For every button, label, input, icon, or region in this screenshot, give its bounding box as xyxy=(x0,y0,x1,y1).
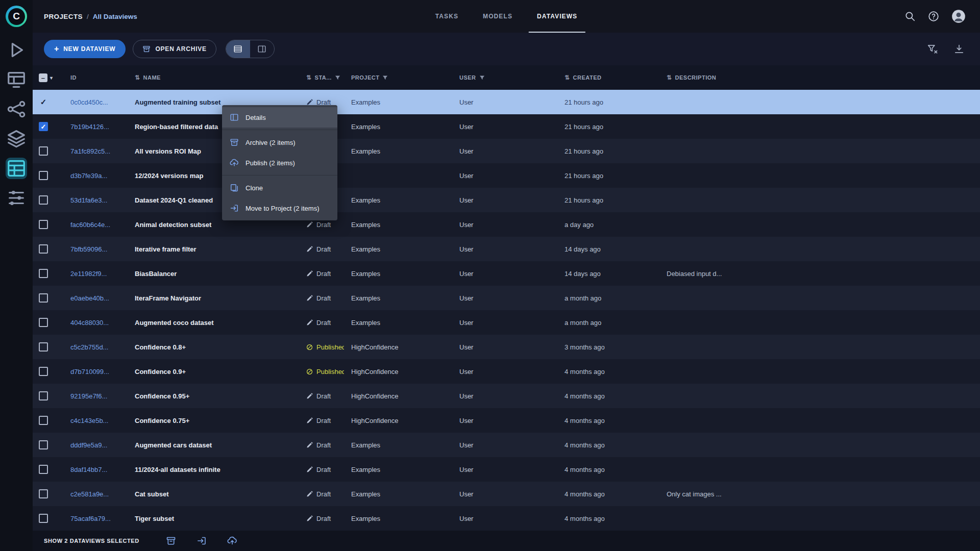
menu-item-move-to-project-2-items[interactable]: Move to Project (2 items) xyxy=(222,198,337,218)
row-checkbox[interactable] xyxy=(39,171,48,180)
row-checkbox[interactable] xyxy=(39,269,48,278)
sidebar-item-dataviews[interactable] xyxy=(6,158,27,179)
column-header-created[interactable]: ⇅CREATED xyxy=(557,74,659,81)
dataview-id-link[interactable]: 8daf14bb7... xyxy=(63,466,128,473)
table-row[interactable]: 8daf14bb7...11/2024-all datasets infinit… xyxy=(33,457,980,482)
column-header-description[interactable]: ⇅DESCRIPTION xyxy=(659,74,980,81)
dataview-id-link[interactable]: dddf9e5a9... xyxy=(63,441,128,449)
open-archive-button[interactable]: OPEN ARCHIVE xyxy=(133,40,216,58)
table-row[interactable]: ✓0c0cd450c...Augmented training subsetDr… xyxy=(33,90,980,114)
table-row[interactable]: c2e581a9e...Cat subsetDraftExamplesUser4… xyxy=(33,482,980,506)
tab-tasks[interactable]: TASKS xyxy=(423,0,471,33)
table-row[interactable]: 2e11982f9...BiasBalancerDraftExamplesUse… xyxy=(33,261,980,286)
sidebar-item-datasets[interactable] xyxy=(6,128,27,149)
column-header-id[interactable]: ID xyxy=(63,74,128,81)
row-checkbox[interactable] xyxy=(39,293,48,303)
chevron-down-icon[interactable]: ▾ xyxy=(50,75,53,81)
archive-selected-button[interactable] xyxy=(166,536,176,546)
table-row[interactable]: 404c88030...Augmented coco datasetDraftE… xyxy=(33,310,980,335)
row-checkbox[interactable] xyxy=(39,489,48,498)
row-checkbox[interactable] xyxy=(39,465,48,474)
row-checkbox[interactable]: ✓ xyxy=(39,97,48,107)
table-view-button[interactable] xyxy=(226,40,250,58)
menu-item-publish-2-items[interactable]: Publish (2 items) xyxy=(222,153,337,173)
dataview-id-link[interactable]: c2e581a9e... xyxy=(63,490,128,498)
clear-filters-button[interactable] xyxy=(927,43,938,55)
download-button[interactable] xyxy=(953,43,965,55)
selection-summary[interactable]: SHOW 2 DATAVIEWS SELECTED xyxy=(44,538,139,544)
dataview-id-link[interactable]: 7a1fc892c5... xyxy=(63,147,128,155)
tab-models[interactable]: MODELS xyxy=(471,0,525,33)
filter-icon[interactable] xyxy=(479,75,485,81)
row-checkbox[interactable] xyxy=(39,367,48,376)
dataview-id-link[interactable]: 0c0cd450c... xyxy=(63,98,128,106)
breadcrumb-projects[interactable]: PROJECTS xyxy=(44,13,83,20)
table-row[interactable]: 92195e7f6...Confidence 0.95+DraftHighCon… xyxy=(33,384,980,408)
dataview-id-link[interactable]: 75acaf6a79... xyxy=(63,515,128,522)
column-header-status[interactable]: ⇅STA... xyxy=(299,74,344,81)
dataview-id-link[interactable]: c5c2b755d... xyxy=(63,343,128,351)
sort-icon[interactable]: ⇅ xyxy=(306,74,312,81)
row-checkbox[interactable] xyxy=(39,514,48,523)
help-icon[interactable] xyxy=(928,11,939,22)
row-checkbox[interactable] xyxy=(39,146,48,156)
table-row[interactable]: d3b7fe39a...12/2024 versions mapDraftUse… xyxy=(33,163,980,188)
table-row[interactable]: 7a1fc892c5...All versions ROI MapDraftEx… xyxy=(33,139,980,163)
menu-item-clone[interactable]: Clone xyxy=(222,178,337,198)
menu-item-details[interactable]: Details xyxy=(222,107,337,128)
column-header-project[interactable]: PROJECT xyxy=(344,74,452,81)
dataview-id-link[interactable]: 7b19b4126... xyxy=(63,123,128,131)
move-selected-button[interactable] xyxy=(197,536,207,546)
table-row[interactable]: fac60b6c4e...Animal detection subsetDraf… xyxy=(33,212,980,237)
row-checkbox[interactable] xyxy=(39,440,48,449)
dataview-id-link[interactable]: d3b7fe39a... xyxy=(63,172,128,180)
row-checkbox[interactable]: ✓ xyxy=(39,122,48,131)
column-header-name[interactable]: ⇅NAME xyxy=(128,74,299,81)
dataview-id-link[interactable]: c4c143e5b... xyxy=(63,417,128,424)
table-row[interactable]: d7b710099...Confidence 0.9+PublishedHigh… xyxy=(33,359,980,384)
clearml-logo[interactable]: C xyxy=(6,6,27,27)
dataview-id-link[interactable]: d7b710099... xyxy=(63,368,128,375)
select-all-checkbox[interactable]: –▾ xyxy=(33,73,63,82)
row-checkbox[interactable] xyxy=(39,220,48,229)
split-view-button[interactable] xyxy=(250,40,274,58)
row-checkbox[interactable] xyxy=(39,195,48,205)
row-checkbox[interactable] xyxy=(39,244,48,254)
dataview-id-link[interactable]: 2e11982f9... xyxy=(63,270,128,278)
filter-icon[interactable] xyxy=(335,75,340,81)
dataview-id-link[interactable]: fac60b6c4e... xyxy=(63,221,128,229)
dataview-id-link[interactable]: 53d1fa6e3... xyxy=(63,196,128,204)
table-row[interactable]: 7bfb59096...Iterative frame filterDraftE… xyxy=(33,237,980,261)
sidebar-item-workers[interactable] xyxy=(6,69,27,90)
row-checkbox[interactable] xyxy=(39,318,48,327)
tab-dataviews[interactable]: DATAVIEWS xyxy=(525,0,590,33)
table-row[interactable]: dddf9e5a9...Augmented cars datasetDraftE… xyxy=(33,433,980,457)
table-row[interactable]: c5c2b755d...Confidence 0.8+PublishedHigh… xyxy=(33,335,980,359)
sidebar-item-pipelines[interactable] xyxy=(6,98,27,120)
menu-item-archive-2-items[interactable]: Archive (2 items) xyxy=(222,132,337,153)
sort-icon[interactable]: ⇅ xyxy=(667,74,672,81)
dataview-id-link[interactable]: e0aebe40b... xyxy=(63,294,128,302)
dataview-id-link[interactable]: 404c88030... xyxy=(63,319,128,327)
sort-icon[interactable]: ⇅ xyxy=(135,74,140,81)
table-row[interactable]: 75acaf6a79...Tiger subsetDraftExamplesUs… xyxy=(33,506,980,531)
new-dataview-button[interactable]: + NEW DATAVIEW xyxy=(44,40,126,58)
publish-selected-button[interactable] xyxy=(227,536,237,546)
table-row[interactable]: c4c143e5b...Confidence 0.75+DraftHighCon… xyxy=(33,408,980,433)
sidebar-item-reports[interactable] xyxy=(6,187,27,209)
table-row[interactable]: e0aebe40b...IteraFrame NavigatorDraftExa… xyxy=(33,286,980,310)
indeterminate-checkbox-icon[interactable]: – xyxy=(39,73,47,82)
sidebar-item-projects[interactable] xyxy=(6,39,27,61)
avatar[interactable] xyxy=(951,9,966,23)
search-icon[interactable] xyxy=(904,11,916,22)
filter-icon[interactable] xyxy=(382,75,388,81)
row-checkbox[interactable] xyxy=(39,391,48,400)
dataview-id-link[interactable]: 92195e7f6... xyxy=(63,392,128,400)
sort-icon[interactable]: ⇅ xyxy=(565,74,570,81)
row-checkbox[interactable] xyxy=(39,416,48,425)
table-row[interactable]: ✓7b19b4126...Region-based filtered dataD… xyxy=(33,114,980,139)
row-checkbox[interactable] xyxy=(39,342,48,352)
dataview-id-link[interactable]: 7bfb59096... xyxy=(63,245,128,253)
column-header-user[interactable]: USER xyxy=(452,74,557,81)
table-row[interactable]: 53d1fa6e3...Dataset 2024-Q1 cleanedDraft… xyxy=(33,188,980,212)
